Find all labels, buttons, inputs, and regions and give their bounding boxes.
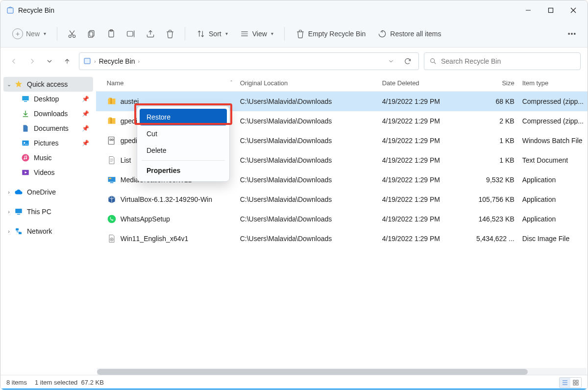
sidebar-item-pictures[interactable]: Pictures📌 (3, 136, 93, 150)
column-location[interactable]: Original Location (236, 79, 378, 87)
sort-icon (196, 29, 206, 39)
window-accent-line (0, 389, 588, 390)
chevron-right-icon: › (5, 228, 12, 234)
share-button[interactable] (142, 26, 159, 42)
file-location: C:\Users\Malavida\Downloads (236, 117, 378, 125)
cut-button[interactable] (63, 26, 81, 42)
column-headers: Nameˆ Original Location Date Deleted Siz… (96, 75, 588, 92)
delete-button[interactable] (161, 26, 179, 42)
column-date-deleted[interactable]: Date Deleted (378, 79, 471, 87)
file-type: Compressed (zipp... (518, 117, 588, 125)
address-history-button[interactable] (384, 54, 398, 68)
more-button[interactable] (563, 26, 581, 42)
view-toggle (559, 377, 582, 388)
file-location: C:\Users\Malavida\Downloads (236, 176, 378, 184)
file-size: 146,523 KB (471, 215, 518, 223)
svg-point-27 (24, 158, 25, 160)
file-location: C:\Users\Malavida\Downloads (236, 98, 378, 105)
sort-button[interactable]: Sort ▾ (191, 26, 233, 42)
svg-rect-22 (22, 96, 29, 100)
search-box[interactable] (424, 52, 581, 70)
file-date: 4/19/2022 1:29 PM (378, 176, 471, 184)
forward-button[interactable] (25, 54, 39, 68)
svg-point-47 (111, 239, 112, 240)
address-bar[interactable]: › Recycle Bin › (79, 52, 419, 70)
search-icon (429, 57, 437, 65)
sidebar-item-onedrive[interactable]: › OneDrive (3, 185, 93, 199)
sidebar-item-network[interactable]: › Network (3, 224, 93, 239)
file-size: 1 KB (471, 156, 518, 164)
thumbnails-view-button[interactable] (570, 378, 581, 388)
menu-item-properties[interactable]: Properties (140, 162, 227, 179)
sidebar-item-documents[interactable]: Documents📌 (3, 121, 93, 136)
empty-recycle-bin-button[interactable]: Empty Recycle Bin (291, 26, 370, 42)
file-type: Disc Image File (518, 235, 588, 243)
details-view-button[interactable] (560, 378, 570, 388)
rename-button[interactable] (122, 26, 140, 42)
svg-rect-32 (16, 228, 19, 231)
sidebar-item-quick-access[interactable]: ⌄ Quick access (3, 77, 93, 92)
svg-rect-31 (17, 214, 20, 215)
cloud-icon (14, 188, 23, 196)
breadcrumb-item[interactable]: Recycle Bin (99, 57, 135, 65)
minimize-button[interactable] (517, 2, 539, 18)
svg-rect-44 (109, 178, 111, 179)
svg-point-18 (574, 33, 576, 34)
file-date: 4/19/2022 1:29 PM (378, 117, 471, 125)
maximize-button[interactable] (539, 2, 562, 18)
file-type: Compressed (zipp... (518, 98, 588, 105)
view-button[interactable]: View ▾ (235, 26, 278, 42)
column-item-type[interactable]: Item type (518, 79, 588, 87)
chevron-right-icon: › (5, 209, 12, 215)
file-row[interactable]: VirtualBox-6.1.32-149290-WinC:\Users\Mal… (96, 190, 588, 209)
sidebar-item-label: Videos (34, 169, 55, 176)
search-input[interactable] (441, 57, 575, 65)
paste-button[interactable] (102, 26, 120, 42)
close-button[interactable] (562, 2, 585, 18)
back-button[interactable] (7, 54, 21, 68)
menu-item-cut[interactable]: Cut (140, 125, 227, 142)
refresh-button[interactable] (401, 54, 415, 68)
sidebar-item-downloads[interactable]: Downloads📌 (3, 106, 93, 121)
up-button[interactable] (60, 54, 74, 68)
svg-rect-2 (549, 8, 553, 13)
navigation-bar: › Recycle Bin › (0, 48, 588, 75)
sidebar-item-desktop[interactable]: Desktop📌 (3, 92, 93, 106)
restore-all-button[interactable]: Restore all items (372, 26, 446, 42)
menu-item-delete[interactable]: Delete (140, 142, 227, 159)
pin-icon: 📌 (82, 96, 89, 102)
new-button[interactable]: + New ▾ (7, 25, 51, 42)
file-row[interactable]: Win11_English_x64v1C:\Users\Malavida\Dow… (96, 229, 588, 248)
column-name[interactable]: Nameˆ (103, 79, 236, 87)
svg-rect-11 (127, 31, 133, 36)
recent-locations-button[interactable] (43, 54, 56, 68)
toolbar-separator (185, 27, 185, 41)
column-size[interactable]: Size (471, 79, 518, 87)
file-icon (107, 155, 117, 165)
file-size: 1 KB (471, 137, 518, 145)
file-location: C:\Users\Malavida\Downloads (236, 156, 378, 164)
file-name: VirtualBox-6.1.32-149290-Win (121, 195, 212, 203)
sidebar-item-videos[interactable]: Videos (3, 165, 93, 180)
svg-line-21 (434, 62, 436, 64)
menu-item-restore[interactable]: Restore (140, 109, 227, 125)
star-icon (14, 80, 23, 89)
navigation-pane: ⌄ Quick access Desktop📌Downloads📌Documen… (0, 75, 96, 376)
file-row[interactable]: WhatsAppSetupC:\Users\Malavida\Downloads… (96, 209, 588, 229)
file-date: 4/19/2022 1:29 PM (378, 195, 471, 203)
file-icon (107, 234, 117, 244)
chevron-right-icon: › (5, 189, 12, 195)
chevron-down-icon: ▾ (271, 31, 273, 36)
monitor-icon (14, 207, 23, 216)
file-icon (107, 116, 117, 126)
file-name: Win11_English_x64v1 (121, 235, 189, 243)
file-date: 4/19/2022 1:29 PM (378, 98, 471, 105)
file-type: Application (518, 176, 588, 184)
onedrive-label: OneDrive (27, 188, 56, 196)
thispc-label: This PC (27, 208, 51, 216)
sidebar-item-this-pc[interactable]: › This PC (3, 204, 93, 219)
sidebar-item-music[interactable]: Music (3, 150, 93, 165)
copy-button[interactable] (83, 26, 100, 42)
network-label: Network (27, 227, 52, 235)
svg-rect-33 (19, 232, 22, 235)
